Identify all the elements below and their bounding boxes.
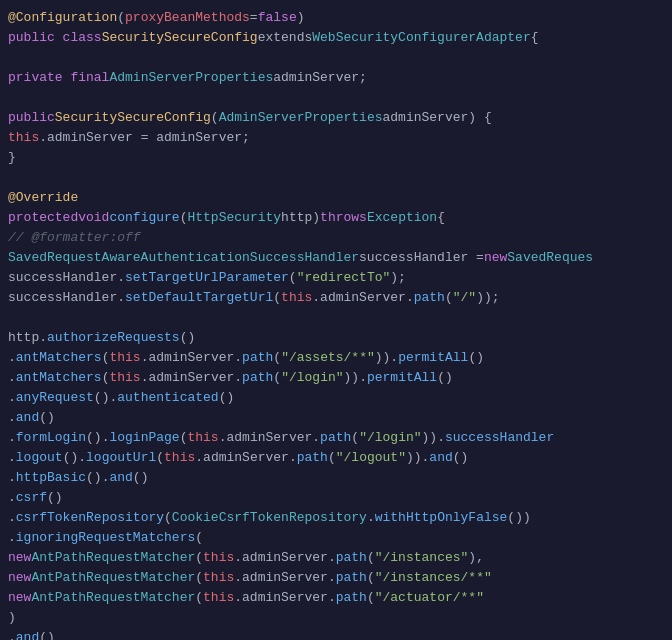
code-line: successHandler.setTargetUrlParameter("re… [0,268,672,288]
token-plain: ( [367,588,375,608]
token-plain: ); [390,268,406,288]
code-line: } [0,148,672,168]
token-plain: )). [422,428,445,448]
token-keyword: this [203,588,234,608]
token-plain: .adminServer. [141,368,242,388]
token-plain: . [8,528,16,548]
token-class: SecuritySecureConfig [102,28,258,48]
token-plain: ()) [507,508,530,528]
code-editor: @Configuration(proxyBeanMethods = false)… [0,0,672,640]
token-plain: .adminServer. [141,348,242,368]
token-string: "/instances" [375,548,469,568]
token-string: "/assets/**" [281,348,375,368]
token-type: CookieCsrfTokenRepository [172,508,367,528]
code-line: new AntPathRequestMatcher(this.adminServ… [0,588,672,608]
token-plain: )). [344,368,367,388]
token-plain: ( [351,428,359,448]
token-type: AntPathRequestMatcher [31,548,195,568]
token-plain: ( [211,108,219,128]
token-plain: . [8,368,16,388]
token-plain: ( [180,208,188,228]
token-keyword: new [484,248,507,268]
token-method: path [336,568,367,588]
token-method: permitAll [367,368,437,388]
token-plain: http. [8,328,47,348]
token-plain: )); [476,288,499,308]
token-plain: . [8,488,16,508]
token-keyword: this [203,548,234,568]
token-type: HttpSecurity [187,208,281,228]
token-plain: ( [289,268,297,288]
token-plain: . [8,428,16,448]
token-annotation: @Override [8,188,78,208]
token-keyword: this [281,288,312,308]
token-plain: . [8,448,16,468]
token-plain: )). [406,448,429,468]
token-keyword: this [109,368,140,388]
token-type: SavedRequestAwareAuthenticationSuccessHa… [8,248,359,268]
token-string: "redirectTo" [297,268,391,288]
token-plain: ), [468,548,484,568]
token-keyword: this [109,348,140,368]
token-string: "/" [453,288,476,308]
code-line: http.authorizeRequests() [0,328,672,348]
token-plain: ( [273,368,281,388]
token-keyword: public class [8,28,102,48]
code-line [0,48,672,68]
token-plain: ) [8,608,16,628]
code-line: public SecuritySecureConfig(AdminServerP… [0,108,672,128]
token-plain: () [39,628,55,640]
token-plain: () [133,468,149,488]
token-plain: ( [102,348,110,368]
token-type: AdminServerProperties [109,68,273,88]
token-method: path [297,448,328,468]
token-keyword: this [8,128,39,148]
token-method: csrf [16,488,47,508]
token-plain: (). [86,468,109,488]
code-line: .and() [0,408,672,428]
token-plain: ( [102,368,110,388]
token-plain: . [8,628,16,640]
token-plain: .adminServer. [234,548,335,568]
token-plain: .adminServer = adminServer; [39,128,250,148]
token-plain: { [437,208,445,228]
code-line: .csrf() [0,488,672,508]
token-plain: ( [117,8,125,28]
token-method: loginPage [109,428,179,448]
token-plain: . [367,508,375,528]
token-method: setTargetUrlParameter [125,268,289,288]
token-method: setDefaultTargetUrl [125,288,273,308]
token-keyword: new [8,548,31,568]
token-plain: http) [281,208,320,228]
token-method: ignoringRequestMatchers [16,528,195,548]
token-method: antMatchers [16,348,102,368]
token-string: "/instances/**" [375,568,492,588]
token-type: AdminServerProperties [219,108,383,128]
code-line [0,168,672,188]
token-method: path [242,348,273,368]
token-plain: ( [273,348,281,368]
token-type: SavedReques [507,248,593,268]
token-plain: .adminServer. [195,448,296,468]
token-keyword: new [8,588,31,608]
token-plain: ( [328,448,336,468]
token-plain: . [8,348,16,368]
token-method: successHandler [445,428,554,448]
token-keyword: void [78,208,109,228]
token-plain: . [8,468,16,488]
token-plain: adminServer) { [382,108,491,128]
token-keyword: this [164,448,195,468]
token-method: and [429,448,452,468]
token-method: and [109,468,132,488]
code-line [0,88,672,108]
token-method: path [242,368,273,388]
code-line: @Override [0,188,672,208]
code-line [0,308,672,328]
token-method: path [336,588,367,608]
token-plain: } [8,148,16,168]
code-line: private final AdminServerProperties admi… [0,68,672,88]
code-line: this.adminServer = adminServer; [0,128,672,148]
token-method: logout [16,448,63,468]
token-param: proxyBeanMethods [125,8,250,28]
token-method: and [16,408,39,428]
